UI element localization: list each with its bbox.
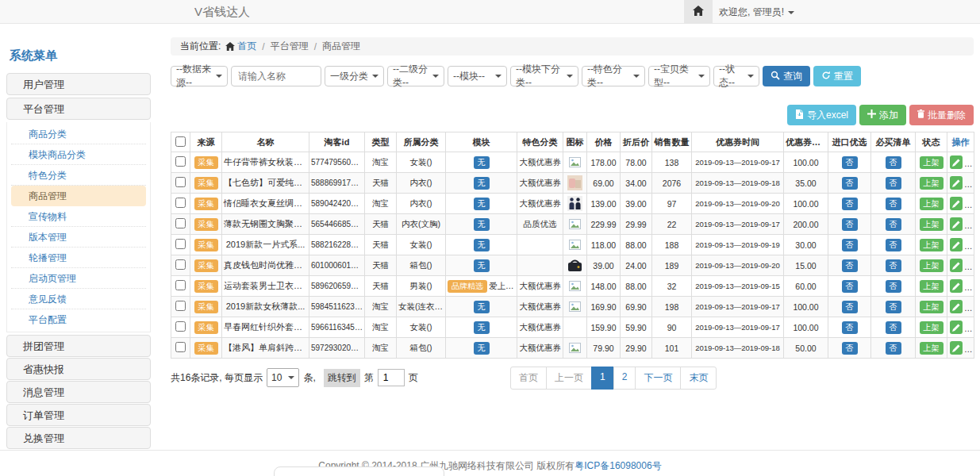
status-badge[interactable]: 上架 <box>920 239 943 251</box>
must-buy-badge[interactable]: 否 <box>886 218 901 231</box>
page-button[interactable]: 首页 <box>510 367 547 390</box>
row-checkbox[interactable] <box>175 342 186 352</box>
edit-button[interactable] <box>950 259 963 272</box>
sidebar-item[interactable]: 商品管理 <box>11 186 146 206</box>
category2-select[interactable]: --二级分类-- <box>387 66 444 86</box>
must-buy-badge[interactable]: 否 <box>886 177 901 190</box>
sidebar-item[interactable]: 轮播管理 <box>11 248 146 268</box>
page-button[interactable]: 上一页 <box>546 367 592 390</box>
module-select[interactable]: --模块-- <box>448 66 507 86</box>
page-number-input[interactable] <box>378 369 405 386</box>
import-select-badge[interactable]: 否 <box>842 198 858 210</box>
sidebar-item[interactable]: 特色分类 <box>11 165 146 186</box>
must-buy-badge[interactable]: 否 <box>886 156 901 169</box>
must-buy-badge[interactable]: 否 <box>886 259 901 272</box>
batch-delete-button[interactable]: 批量删除 <box>909 105 974 125</box>
status-badge[interactable]: 上架 <box>920 177 943 190</box>
edit-button[interactable] <box>950 321 963 334</box>
edit-button[interactable] <box>950 238 963 251</box>
edit-button[interactable] <box>950 279 963 293</box>
status-badge[interactable]: 上架 <box>920 301 943 313</box>
status-badge[interactable]: 上架 <box>920 321 943 334</box>
edit-button[interactable] <box>950 300 963 313</box>
import-select-badge[interactable]: 否 <box>842 259 858 272</box>
edit-button[interactable] <box>950 155 963 169</box>
status-badge[interactable]: 上架 <box>920 280 943 293</box>
discount-price: 29.90 <box>621 338 652 359</box>
edit-button[interactable] <box>950 341 963 355</box>
edit-button[interactable] <box>950 197 963 210</box>
breadcrumb-home-link[interactable]: 首页 <box>237 40 256 53</box>
icp-link[interactable]: 粤ICP备16098006号 <box>575 460 661 471</box>
status-badge[interactable]: 上架 <box>920 218 943 231</box>
home-button[interactable] <box>684 0 713 24</box>
sidebar-group[interactable]: 用户管理 <box>6 73 151 95</box>
import-select-badge[interactable]: 否 <box>842 321 858 334</box>
sidebar-item[interactable]: 平台配置 <box>11 309 146 330</box>
status-badge[interactable]: 上架 <box>920 342 943 355</box>
status-badge[interactable]: 上架 <box>920 259 943 272</box>
import-select-badge[interactable]: 否 <box>842 342 858 355</box>
search-button[interactable]: 查询 <box>763 66 810 86</box>
page-button[interactable]: 末页 <box>680 367 717 390</box>
sidebar-group[interactable]: 兑换管理 <box>6 427 151 449</box>
sidebar-item[interactable]: 模块商品分类 <box>11 144 146 165</box>
row-checkbox[interactable] <box>175 218 186 228</box>
row-checkbox[interactable] <box>175 198 186 208</box>
sidebar-group[interactable]: 拼团管理 <box>6 335 151 357</box>
import-select-badge[interactable]: 否 <box>842 239 858 251</box>
import-select-badge[interactable]: 否 <box>842 218 858 231</box>
page-button[interactable]: 1 <box>591 367 614 390</box>
sidebar-item[interactable]: 版本管理 <box>11 227 146 248</box>
sidebar-group[interactable]: 消息管理 <box>6 381 151 403</box>
feature-select[interactable]: --特色分类-- <box>582 66 645 86</box>
sidebar: 系统菜单 用户管理平台管理 商品分类模块商品分类特色分类商品管理宣传物料版本管理… <box>6 44 151 473</box>
edit-button[interactable] <box>950 176 963 190</box>
must-buy-badge[interactable]: 否 <box>886 301 901 313</box>
jump-button[interactable]: 跳转到 <box>324 369 360 387</box>
add-button[interactable]: 添加 <box>859 105 906 125</box>
row-checkbox[interactable] <box>175 321 186 332</box>
row-checkbox[interactable] <box>175 280 186 290</box>
jump-suffix: 页 <box>409 371 418 385</box>
page-button[interactable]: 2 <box>613 367 636 390</box>
row-checkbox[interactable] <box>175 259 186 270</box>
per-page-select[interactable]: 10 <box>267 368 299 387</box>
name-search-input[interactable] <box>231 66 321 86</box>
import-select-badge[interactable]: 否 <box>842 280 858 293</box>
user-menu[interactable]: 欢迎您, 管理员! <box>719 0 794 24</box>
sidebar-item[interactable]: 宣传物料 <box>11 206 146 227</box>
must-buy-badge[interactable]: 否 <box>886 280 901 293</box>
edit-button[interactable] <box>950 217 963 231</box>
item-type-select[interactable]: --宝贝类型-- <box>648 66 710 86</box>
sidebar-group[interactable]: 订单管理 <box>6 404 151 426</box>
sidebar-group[interactable]: 平台管理 <box>6 98 151 120</box>
reset-button[interactable]: 重置 <box>813 66 861 86</box>
must-buy-badge[interactable]: 否 <box>886 198 901 210</box>
row-checkbox[interactable] <box>175 156 186 167</box>
status-badge[interactable]: 上架 <box>920 198 943 210</box>
import-select-badge[interactable]: 否 <box>842 177 858 190</box>
page-button[interactable]: 下一页 <box>635 367 681 390</box>
status-select[interactable]: --状态-- <box>713 66 759 86</box>
must-buy-badge[interactable]: 否 <box>886 239 901 251</box>
import-select-badge[interactable]: 否 <box>842 301 858 313</box>
sidebar-item[interactable]: 意见反馈 <box>11 289 146 309</box>
sidebar-group[interactable]: 省惠快报 <box>6 358 151 380</box>
status-badge[interactable]: 上架 <box>920 156 943 169</box>
select-all-checkbox[interactable] <box>175 136 186 147</box>
import-select-badge[interactable]: 否 <box>842 156 858 169</box>
sidebar-item[interactable]: 启动页管理 <box>11 268 146 289</box>
category1-select[interactable]: 一级分类 <box>325 66 384 86</box>
row-checkbox[interactable] <box>175 177 186 187</box>
taoke-id: 588869917501 <box>309 173 365 194</box>
data-source-select[interactable]: --数据来源-- <box>171 66 228 86</box>
row-checkbox[interactable] <box>175 301 186 311</box>
import-excel-button[interactable]: 导入excel <box>787 105 856 125</box>
coupon-amount: 50.00 <box>784 338 828 359</box>
sidebar-item[interactable]: 商品分类 <box>11 124 146 144</box>
must-buy-badge[interactable]: 否 <box>886 342 901 355</box>
must-buy-badge[interactable]: 否 <box>886 321 901 334</box>
module-sub-select[interactable]: --模块下分类-- <box>510 66 578 86</box>
row-checkbox[interactable] <box>175 239 186 249</box>
